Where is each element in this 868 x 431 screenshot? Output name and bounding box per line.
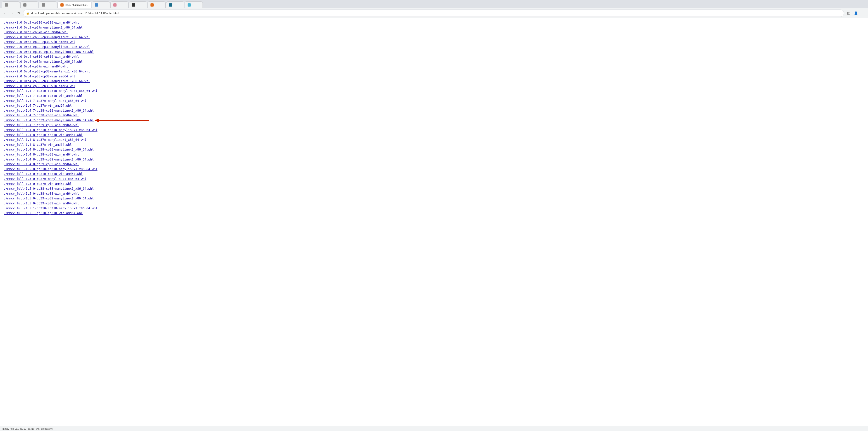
- nav-buttons: ← → ↻: [2, 10, 22, 16]
- menu-button[interactable]: ⋮: [860, 10, 866, 16]
- file-link[interactable]: ./mmcv_full-1.4.8-cp39-cp39-win_amd64.wh…: [4, 162, 864, 167]
- file-link[interactable]: ./mmcv-2.0.0rc3-cp310-cp310-win_amd64.wh…: [4, 20, 864, 25]
- tab-favicon: [95, 3, 98, 6]
- file-link[interactable]: ./mmcv_full-1.4.7-cp37m-manylinux1_x86_6…: [4, 98, 864, 103]
- tab-bar: Index of /mmcv/dist...: [0, 0, 868, 8]
- file-link[interactable]: ./mmcv_full-1.4.8-cp310-cp310-win_amd64.…: [4, 133, 864, 137]
- file-link[interactable]: ./mmcv_full-1.4.8-cp37m-win_amd64.whl: [4, 143, 864, 147]
- address-bar[interactable]: 🔒 download.openmmlab.com/mmcv/dist/cu113…: [23, 9, 844, 17]
- file-link[interactable]: ./mmcv_full-1.4.7-cp38-cp38-manylinux1_x…: [4, 108, 864, 113]
- tab-favicon: [188, 3, 191, 6]
- url-text: download.openmmlab.com/mmcv/dist/cu113/t…: [31, 11, 841, 15]
- file-link[interactable]: ./mmcv-2.0.0rc4-cp37m-win_amd64.whl: [4, 64, 864, 69]
- tab-t8[interactable]: [148, 1, 166, 8]
- tab-favicon: [151, 3, 154, 6]
- file-link[interactable]: ./mmcv_full-1.4.8-cp38-cp38-win_amd64.wh…: [4, 152, 864, 157]
- file-link[interactable]: ./mmcv_full-1.4.7-cp37m-win_amd64.whl: [4, 103, 864, 108]
- tab-t6[interactable]: [111, 1, 128, 8]
- tab-t4[interactable]: Index of /mmcv/dist...: [58, 1, 91, 8]
- file-link[interactable]: ./mmcv-2.0.0rc4-cp39-cp39-manylinux1_x86…: [4, 79, 864, 84]
- tab-favicon: [60, 3, 64, 6]
- browser-chrome: Index of /mmcv/dist... ← → ↻ 🔒 download.…: [0, 0, 868, 18]
- tab-t7[interactable]: [129, 1, 147, 8]
- tab-favicon: [132, 3, 135, 6]
- file-link[interactable]: ./mmcv-2.0.0rc4-cp38-cp38-manylinux1_x86…: [4, 69, 864, 74]
- file-link[interactable]: ./mmcv_full-1.4.7-cp310-cp310-manylinux1…: [4, 89, 864, 93]
- file-link[interactable]: ./mmcv-2.0.0rc4-cp310-cp310-win_amd64.wh…: [4, 54, 864, 59]
- svg-marker-1: [95, 119, 99, 122]
- tab-t5[interactable]: [92, 1, 110, 8]
- toolbar-icons: ◫ 👤 ⋮: [845, 10, 866, 16]
- tab-favicon: [5, 3, 8, 6]
- file-link[interactable]: ./mmcv-2.0.0rc4-cp39-cp39-win_amd64.whl: [4, 84, 864, 89]
- file-link[interactable]: ./mmcv_full-1.5.0-cp39-cp39-win_amd64.wh…: [4, 201, 864, 206]
- file-link[interactable]: ./mmcv-2.0.0rc4-cp37m-manylinux1_x86_64.…: [4, 59, 864, 64]
- tab-favicon: [169, 3, 172, 6]
- page-content: ./mmcv-2.0.0rc3-cp310-cp310-win_amd64.wh…: [0, 18, 868, 431]
- status-bar: Immcv_full-151-cp310_cp310_win_amd6Awhl: [0, 426, 868, 431]
- tab-t9[interactable]: [166, 1, 184, 8]
- file-link[interactable]: ./mmcv_full-1.4.8-cp39-cp39-manylinux1_x…: [4, 157, 864, 162]
- file-link[interactable]: ./mmcv_full-1.5.0-cp38-cp38-manylinux1_x…: [4, 186, 864, 191]
- file-link[interactable]: ./mmcv_full-1.4.7-cp38-cp38-win_amd64.wh…: [4, 113, 864, 118]
- tab-favicon: [42, 3, 45, 6]
- tab-t2[interactable]: [20, 1, 38, 8]
- file-link[interactable]: ./mmcv_full-1.5.0-cp310-cp310-manylinux1…: [4, 167, 864, 172]
- back-button[interactable]: ←: [2, 10, 8, 16]
- link-list: ./mmcv-2.0.0rc3-cp310-cp310-win_amd64.wh…: [4, 20, 864, 216]
- file-link[interactable]: ./mmcv-2.0.0rc4-cp310-cp310-manylinux1_x…: [4, 50, 864, 55]
- file-link[interactable]: ./mmcv_full-1.4.8-cp310-cp310-manylinux1…: [4, 128, 864, 133]
- reload-button[interactable]: ↻: [16, 10, 22, 16]
- forward-button[interactable]: →: [9, 10, 15, 16]
- status-text: Immcv_full-151-cp310_cp310_win_amd6Awhl: [2, 427, 53, 430]
- file-link[interactable]: ./mmcv_full-1.5.1-cp310-cp310-manylinux1…: [4, 206, 864, 211]
- file-link[interactable]: ./mmcv-2.0.0rc3-cp38-cp38-manylinux1_x86…: [4, 35, 864, 40]
- tab-t10[interactable]: [185, 1, 203, 8]
- tab-t3[interactable]: [39, 1, 57, 8]
- lock-icon: 🔒: [26, 11, 29, 15]
- file-link[interactable]: ./mmcv_full-1.4.8-cp37m-manylinux1_x86_6…: [4, 137, 864, 143]
- file-link[interactable]: ./mmcv_full-1.5.0-cp310-cp310-win_amd64.…: [4, 172, 864, 177]
- file-link[interactable]: ./mmcv_full-1.5.0-cp37m-manylinux1_x86_6…: [4, 177, 864, 182]
- tab-title: Index of /mmcv/dist...: [65, 4, 89, 6]
- file-link[interactable]: ./mmcv-2.0.0rc3-cp38-cp38-win_amd64.whl: [4, 40, 864, 44]
- tab-t1[interactable]: [2, 1, 20, 8]
- arrow-annotation: [95, 118, 149, 123]
- file-link[interactable]: ./mmcv_full-1.4.7-cp39-cp39-win_amd64.wh…: [4, 123, 864, 128]
- extensions-button[interactable]: ◫: [845, 10, 852, 16]
- tab-favicon: [23, 3, 27, 6]
- file-link[interactable]: ./mmcv-2.0.0rc3-cp39-cp39-manylinux1_x86…: [4, 44, 864, 50]
- file-link[interactable]: ./mmcv_full-1.5.0-cp37m-win_amd64.whl: [4, 182, 864, 187]
- file-link[interactable]: ./mmcv-2.0.0rc3-cp37m-win_amd64.whl: [4, 30, 864, 35]
- profile-button[interactable]: 👤: [852, 10, 859, 16]
- browser-toolbar: ← → ↻ 🔒 download.openmmlab.com/mmcv/dist…: [0, 8, 868, 18]
- file-link[interactable]: ./mmcv_full-1.4.7-cp310-cp310-win_amd64.…: [4, 93, 864, 98]
- file-link[interactable]: ./mmcv_full-1.5.0-cp38-cp38-win_amd64.wh…: [4, 191, 864, 196]
- tab-favicon: [113, 3, 117, 6]
- file-link[interactable]: ./mmcv-2.0.0rc3-cp37m-manylinux1_x86_64.…: [4, 25, 864, 30]
- file-link[interactable]: ./mmcv-2.0.0rc4-cp38-cp38-win_amd64.whl: [4, 74, 864, 79]
- file-link[interactable]: ./mmcv_full-1.5.0-cp39-cp39-manylinux1_x…: [4, 196, 864, 201]
- file-link[interactable]: ./mmcv_full-1.4.8-cp38-cp38-manylinux1_x…: [4, 147, 864, 152]
- file-link[interactable]: ./mmcv_full-1.5.1-cp310-cp310-win_amd64.…: [4, 211, 864, 216]
